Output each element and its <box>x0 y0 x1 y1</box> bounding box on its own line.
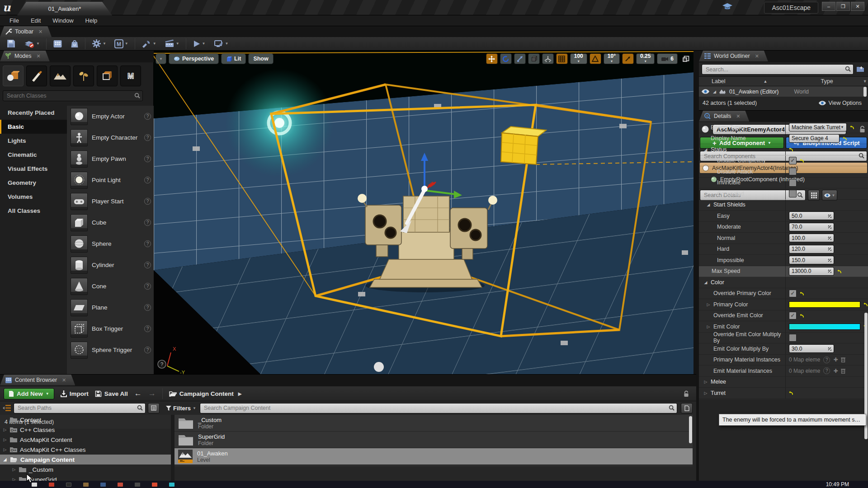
build-icon[interactable]: ▼ <box>140 38 158 49</box>
outliner-row-level[interactable]: ◢ 01_Awaken (Editor) World <box>699 86 864 97</box>
help-icon[interactable]: ? <box>144 177 151 183</box>
revert-icon[interactable] <box>800 314 804 318</box>
menu-help[interactable]: Help <box>80 15 104 26</box>
paint-mode-icon[interactable] <box>26 66 47 86</box>
saved-filters-icon[interactable] <box>681 403 693 413</box>
tree-item-cpp-classes[interactable]: ▷C++C++ Classes <box>0 425 171 435</box>
save-icon[interactable] <box>5 38 18 49</box>
tree-item-content[interactable]: Content <box>0 415 171 425</box>
checkbox-unchecked[interactable] <box>789 190 797 197</box>
grid-snap-value[interactable]: 100▼ <box>570 53 587 64</box>
import-button[interactable]: Import <box>61 390 89 397</box>
folder-options-icon[interactable] <box>148 403 160 413</box>
expander-icon[interactable]: ◢ <box>703 280 708 285</box>
minimize-button[interactable]: – <box>822 2 835 11</box>
checkbox-unchecked[interactable] <box>789 334 797 342</box>
help-icon[interactable]: ? <box>144 134 151 141</box>
number-field[interactable]: 100.0 <box>789 234 834 242</box>
save-all-button[interactable]: Save All <box>95 390 128 397</box>
add-new-button[interactable]: Add New▼ <box>4 388 54 399</box>
close-icon[interactable]: ✕ <box>37 53 41 59</box>
blueprints-icon[interactable]: M▼ <box>113 38 130 49</box>
item-empty-pawn[interactable]: Empty Pawn? <box>67 148 154 169</box>
category-row[interactable]: ◢Status <box>699 144 868 155</box>
new-folder-icon[interactable] <box>856 66 864 72</box>
number-field[interactable]: 120.0 <box>789 245 834 253</box>
filter-icon[interactable]: ▼ <box>863 79 867 84</box>
help-icon[interactable]: ? <box>144 304 151 311</box>
help-icon[interactable]: ? <box>823 357 830 363</box>
close-icon[interactable]: ✕ <box>755 53 759 59</box>
surface-snap-icon[interactable] <box>542 53 554 64</box>
taskbar-app-icon[interactable] <box>100 483 106 487</box>
tree-item-ascmapkit-cpp-classes[interactable]: ▷C++AscMapKit C++ Classes <box>0 445 171 455</box>
close-icon[interactable]: ✕ <box>736 113 740 119</box>
details-tab[interactable]: i Details✕ <box>699 111 749 122</box>
play-icon[interactable]: ▼ <box>191 39 208 49</box>
taskbar-app-icon[interactable] <box>66 483 71 487</box>
help-icon[interactable]: ? <box>144 219 151 226</box>
outliner-view-options[interactable]: View Options <box>819 100 862 106</box>
search-paths-input[interactable] <box>14 403 146 413</box>
checkbox-checked[interactable]: ✓ <box>789 312 797 319</box>
tutorial-cap-icon[interactable] <box>722 3 732 10</box>
item-player-start[interactable]: Player Start? <box>67 191 154 212</box>
content-icon[interactable] <box>51 38 64 49</box>
asset-row-custom[interactable]: _CustomFolder <box>175 415 693 432</box>
help-icon[interactable]: ? <box>144 240 151 247</box>
enemy-type-dropdown[interactable]: Machine Sark Turret▼ <box>789 123 847 131</box>
emit-color-swatch[interactable] <box>789 324 860 330</box>
number-field[interactable]: 50.0 <box>789 211 834 220</box>
level-tab[interactable]: 01_Awaken* <box>17 2 112 15</box>
spinner-icon[interactable] <box>828 269 831 273</box>
display-name-field[interactable]: Secure Gage 4 <box>789 134 840 143</box>
mesh-paint-mode-icon[interactable]: M <box>120 66 141 86</box>
visibility-eye-icon[interactable] <box>702 89 709 94</box>
maximize-viewport-icon[interactable] <box>680 53 692 64</box>
spinner-icon[interactable] <box>828 236 831 240</box>
tree-item-campaign-content[interactable]: ◢Campaign Content <box>0 455 171 465</box>
primary-color-swatch[interactable] <box>789 301 860 308</box>
add-element-icon[interactable]: ✚ <box>833 357 838 363</box>
search-assets-input[interactable] <box>200 403 677 413</box>
item-point-light[interactable]: Point Light? <box>67 169 154 191</box>
menu-edit[interactable]: Edit <box>25 15 47 26</box>
forward-icon[interactable]: → <box>148 389 156 398</box>
move-tool-icon[interactable] <box>486 53 498 64</box>
taskbar-app-icon[interactable] <box>152 483 157 487</box>
breadcrumb[interactable]: Campaign Content ▶ <box>169 390 242 397</box>
rotation-snap-icon[interactable] <box>590 53 601 64</box>
spinner-icon[interactable] <box>828 247 831 251</box>
expander-icon[interactable]: ◢ <box>706 202 711 207</box>
scale-snap-value[interactable]: 0.25▼ <box>636 53 655 64</box>
spinner-icon[interactable] <box>828 214 831 218</box>
category-row[interactable]: ▷Melee <box>699 377 868 388</box>
show-button[interactable]: Show <box>248 53 273 64</box>
number-field[interactable]: 30.0 <box>789 344 834 353</box>
scale-snap-icon[interactable] <box>622 53 634 64</box>
revert-icon[interactable] <box>800 291 804 296</box>
lock-icon[interactable] <box>684 390 689 397</box>
help-icon[interactable]: ? <box>144 325 151 332</box>
grid-snap-icon[interactable] <box>556 53 568 64</box>
rotate-tool-icon[interactable] <box>500 53 512 64</box>
trash-icon[interactable] <box>841 357 845 362</box>
revert-icon[interactable] <box>800 159 804 163</box>
settings-icon[interactable]: ▼ <box>90 38 108 49</box>
taskbar-app-icon[interactable] <box>169 483 175 487</box>
category-visual-effects[interactable]: Visual Effects <box>0 162 67 176</box>
expander-icon[interactable]: ▷ <box>703 380 708 384</box>
tree-item-ascmapkit-content[interactable]: ▷AscMapKit Content <box>0 435 171 445</box>
scale-tool-icon[interactable] <box>514 53 526 64</box>
help-icon[interactable]: ? <box>144 283 151 290</box>
expander-icon[interactable]: ▷ <box>706 302 711 307</box>
item-cylinder[interactable]: Cylinder? <box>67 254 154 276</box>
taskbar-app-icon[interactable] <box>135 483 140 487</box>
item-box-trigger[interactable]: Box Trigger? <box>67 318 154 339</box>
viewport-help-icon[interactable]: ? <box>158 360 166 368</box>
outliner-scrollbar[interactable] <box>863 87 867 97</box>
place-mode-icon[interactable] <box>3 66 24 86</box>
taskbar-app-icon[interactable] <box>83 483 89 487</box>
world-outliner-tab[interactable]: World Outliner✕ <box>699 51 768 61</box>
cinematics-icon[interactable]: ▼ <box>163 38 181 49</box>
